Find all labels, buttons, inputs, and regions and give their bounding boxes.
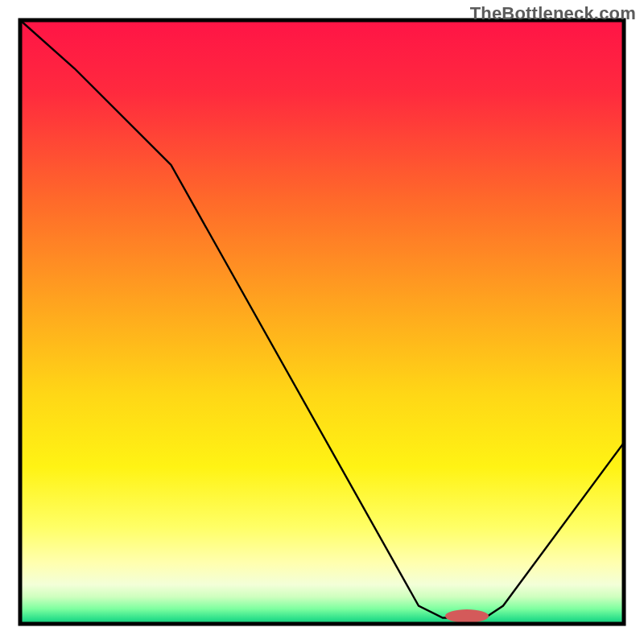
plot-background bbox=[20, 20, 624, 624]
optimum-marker bbox=[445, 609, 489, 623]
watermark-text: TheBottleneck.com bbox=[470, 3, 636, 24]
bottleneck-chart bbox=[0, 0, 644, 644]
